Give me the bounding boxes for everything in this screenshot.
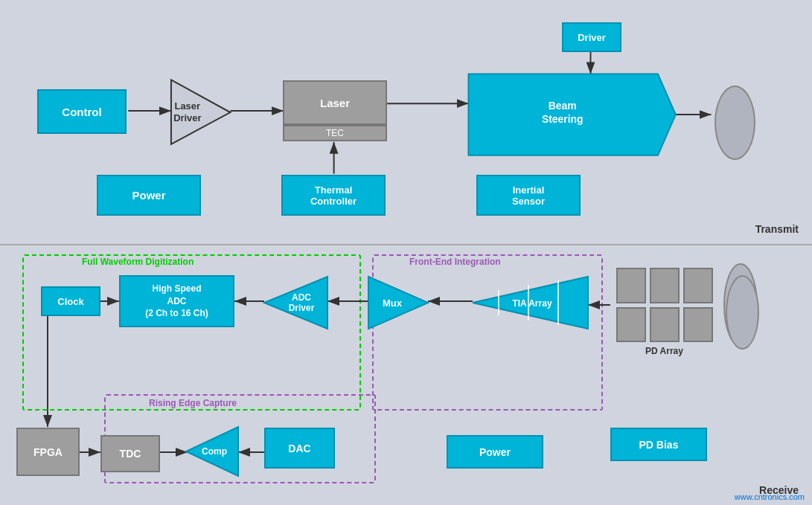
pd-cell: [683, 307, 713, 343]
laser-block: Laser: [283, 80, 387, 125]
pd-cell: [650, 307, 680, 343]
thermal-controller-block: ThermalController: [281, 175, 386, 216]
front-end-box: [372, 254, 603, 411]
hspeed-adc-block: High SpeedADC(2 Ch to 16 Ch): [119, 275, 234, 327]
tdc-label: TDC: [120, 448, 141, 460]
control-block: Control: [37, 89, 127, 134]
dac-block: DAC: [264, 428, 335, 469]
fpga-label: FPGA: [33, 446, 63, 458]
thermal-controller-label: ThermalController: [310, 184, 357, 207]
control-label: Control: [62, 106, 101, 118]
pd-array-grid: [616, 268, 713, 342]
pd-array-container: PD Array: [610, 268, 718, 364]
transmit-section: Laser Driver Beam Steering Control Laser…: [0, 0, 812, 245]
receive-power-label: Power: [479, 446, 511, 458]
clock-label: Clock: [57, 296, 83, 307]
receive-section: Full Waveform Digitization Front-End Int…: [0, 245, 812, 505]
laser-label: Laser: [320, 97, 350, 109]
transmit-section-label: Transmit: [755, 223, 799, 235]
pd-cell: [683, 268, 713, 303]
rising-edge-label: Rising Edge Capture: [149, 398, 237, 408]
tec-block: TEC: [283, 125, 387, 141]
pd-array-label: PD Array: [610, 346, 718, 356]
transmit-power-label: Power: [132, 189, 165, 202]
dac-label: DAC: [288, 443, 310, 454]
driver-label: Driver: [578, 32, 606, 43]
pd-bias-label: PD Bias: [639, 439, 679, 451]
pd-cell: [616, 268, 646, 303]
svg-marker-7: [468, 74, 675, 155]
svg-text:Driver: Driver: [173, 112, 201, 123]
front-end-label: Front-End Integration: [409, 257, 501, 267]
svg-text:Beam: Beam: [549, 100, 577, 112]
svg-text:Laser: Laser: [175, 100, 200, 112]
driver-block: Driver: [562, 22, 621, 52]
main-container: Laser Driver Beam Steering Control Laser…: [0, 0, 812, 505]
transmit-power-block: Power: [97, 175, 201, 216]
inertial-sensor-label: InertialSensor: [512, 184, 545, 207]
pd-bias-block: PD Bias: [610, 428, 707, 461]
inertial-sensor-block: InertialSensor: [476, 175, 581, 216]
pd-cell: [650, 268, 680, 303]
full-waveform-label: Full Waveform Digitization: [82, 257, 194, 267]
receive-power-block: Power: [447, 435, 543, 469]
fpga-block: FPGA: [16, 428, 80, 476]
clock-block: Clock: [41, 286, 100, 316]
transmit-lens: [715, 86, 755, 160]
tec-label: TEC: [326, 128, 344, 138]
svg-text:Steering: Steering: [542, 113, 584, 125]
watermark: www.cntronics.com: [735, 492, 805, 501]
receive-lens: [726, 275, 759, 350]
tdc-block: TDC: [100, 435, 160, 472]
hspeed-adc-label: High SpeedADC(2 Ch to 16 Ch): [145, 283, 208, 320]
svg-marker-6: [171, 80, 231, 144]
pd-cell: [616, 307, 646, 343]
